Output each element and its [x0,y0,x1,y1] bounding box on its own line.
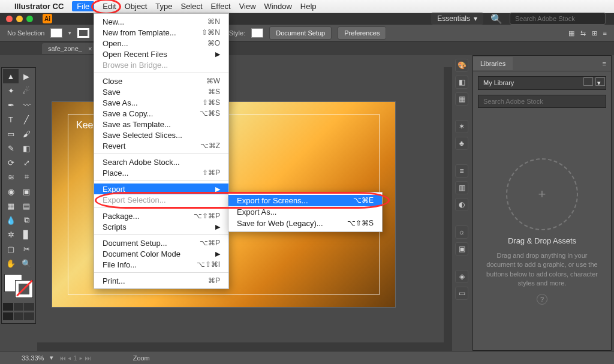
file-menu-item[interactable]: Document Setup...⌥⌘P [94,237,228,248]
appearance-panel-icon[interactable]: ☼ [455,225,468,239]
magic-wand-tool[interactable]: ✦ [3,83,19,98]
artboards-panel-icon[interactable]: ▭ [455,287,468,300]
file-menu-item[interactable]: Open...⌘O [94,38,228,49]
window-close-icon[interactable] [6,16,13,22]
menu-view[interactable]: View [239,2,256,11]
menu-help[interactable]: Help [300,2,317,11]
file-menu-item[interactable]: Save As...⇧⌘S [94,97,228,108]
zoom-tool[interactable]: 🔍 [19,256,34,270]
stroke-swatch[interactable] [77,28,89,38]
file-menu-item[interactable]: Scripts▶ [94,221,228,232]
file-menu-item[interactable]: Save⌘S [94,86,228,97]
blend-tool[interactable]: ⧉ [19,213,34,227]
document-setup-button[interactable]: Document Setup [269,26,332,40]
graph-tool[interactable]: ▊ [19,227,34,242]
window-minimize-icon[interactable] [16,16,23,22]
rotate-tool[interactable]: ⟳ [3,155,19,170]
menu-icon[interactable]: ≡ [603,29,607,37]
menu-edit[interactable]: Edit [103,2,116,11]
type-tool[interactable]: T [3,112,19,127]
grid-view-icon[interactable] [583,77,593,86]
window-zoom-icon[interactable] [26,16,33,22]
horizontal-scrollbar[interactable] [37,342,444,351]
help-icon[interactable]: ? [537,294,547,305]
brushes-icon[interactable]: ✶ [455,120,468,133]
artboard-tool[interactable]: ▢ [3,242,19,256]
panel-menu-icon[interactable]: ≡ [603,60,611,67]
library-search-input[interactable] [478,95,606,108]
file-menu-item[interactable]: Place...⇧⌘P [94,167,228,178]
file-menu-item[interactable]: New from Template...⇧⌘N [94,27,228,38]
rectangle-tool[interactable]: ▭ [3,127,19,141]
file-menu-item[interactable]: Package...⌥⇧⌘P [94,210,228,221]
export-submenu-item[interactable]: Export As... [228,206,382,218]
preferences-button[interactable]: Preferences [338,26,386,40]
file-menu-item[interactable]: Export▶ [94,183,228,194]
hand-tool[interactable]: ✋ [3,256,19,270]
file-menu-item[interactable]: Save as Template... [94,119,228,130]
chevron-down-icon[interactable]: ▾ [68,30,71,36]
graphic-style-swatch[interactable] [251,28,263,38]
eyedropper-tool[interactable]: 💧 [3,213,19,227]
export-submenu-item[interactable]: Save for Web (Legacy)...⌥⇧⌘S [228,218,382,229]
width-tool[interactable]: ≋ [3,170,19,184]
fill-swatch[interactable] [50,28,62,38]
gradient-panel-icon[interactable]: ▥ [455,181,468,194]
color-mode-row[interactable] [3,303,34,311]
align-icon[interactable]: ▦ [568,29,574,37]
graphic-styles-icon[interactable]: ▣ [455,242,468,255]
screen-mode-row[interactable] [3,312,34,320]
menu-window[interactable]: Window [264,2,292,11]
lasso-tool[interactable]: ☄ [19,83,34,98]
symbol-sprayer-tool[interactable]: ✲ [3,227,19,242]
isolate-icon[interactable]: ⊞ [592,29,597,37]
file-menu-item[interactable]: Open Recent Files▶ [94,49,228,59]
shape-builder-tool[interactable]: ◉ [3,184,19,198]
menu-select[interactable]: Select [180,2,202,11]
export-submenu-item[interactable]: Export for Screens...⌥⌘E [228,195,382,206]
menu-object[interactable]: Object [125,2,148,11]
scale-tool[interactable]: ⤢ [19,155,34,170]
chevron-down-icon[interactable]: ▾ [50,354,53,362]
gradient-tool[interactable]: ▤ [19,198,34,213]
color-guide-icon[interactable]: ◧ [455,76,468,89]
stroke-panel-icon[interactable]: ≡ [455,164,468,178]
menu-type[interactable]: Type [155,2,172,11]
line-tool[interactable]: ╱ [19,112,34,127]
app-name[interactable]: Illustrator CC [14,2,64,11]
mesh-tool[interactable]: ▦ [3,198,19,213]
layers-panel-icon[interactable]: ◈ [455,270,468,283]
eraser-tool[interactable]: ◧ [19,141,34,155]
file-menu-item[interactable]: Save a Copy...⌥⌘S [94,108,228,119]
drop-zone[interactable]: + [506,158,578,230]
color-panel-icon[interactable]: 🎨 [455,59,468,72]
file-menu-item[interactable]: Search Adobe Stock... [94,157,228,167]
file-menu-item[interactable]: Revert⌥⌘Z [94,140,228,151]
file-menu-item[interactable]: Close⌘W [94,76,228,86]
zoom-value[interactable]: 33.33% [22,354,44,362]
perspective-tool[interactable]: ▣ [19,184,34,198]
file-menu-item[interactable]: File Info...⌥⇧⌘I [94,259,228,270]
search-adobe-stock-input[interactable] [510,13,606,25]
symbols-icon[interactable]: ♣ [455,137,468,150]
workspace-switcher[interactable]: Essentials ▾ [431,13,483,25]
file-menu-item[interactable]: New...⌘N [94,16,228,27]
vertical-scrollbar[interactable] [444,67,452,351]
document-tab[interactable]: safe_zone_ × [42,43,100,54]
list-view-icon[interactable] [595,77,605,86]
file-menu-item[interactable]: Save Selected Slices... [94,130,228,140]
search-icon[interactable]: 🔍 [490,13,502,25]
close-tab-icon[interactable]: × [88,45,92,52]
libraries-tab[interactable]: Libraries [473,57,513,70]
file-menu-item[interactable]: Document Color Mode▶ [94,248,228,259]
swatches-icon[interactable]: ▦ [455,92,468,106]
menu-effect[interactable]: Effect [211,2,231,11]
transform-icon[interactable]: ⇆ [580,29,586,37]
direct-selection-tool[interactable]: ▶ [19,69,34,83]
file-menu-item[interactable]: Print...⌘P [94,275,228,286]
slice-tool[interactable]: ✂ [19,242,34,256]
free-transform-tool[interactable]: ⌗ [19,170,34,184]
menu-file[interactable]: File [72,1,94,11]
selection-tool[interactable]: ▲ [3,69,19,83]
pen-tool[interactable]: ✒ [3,98,19,112]
